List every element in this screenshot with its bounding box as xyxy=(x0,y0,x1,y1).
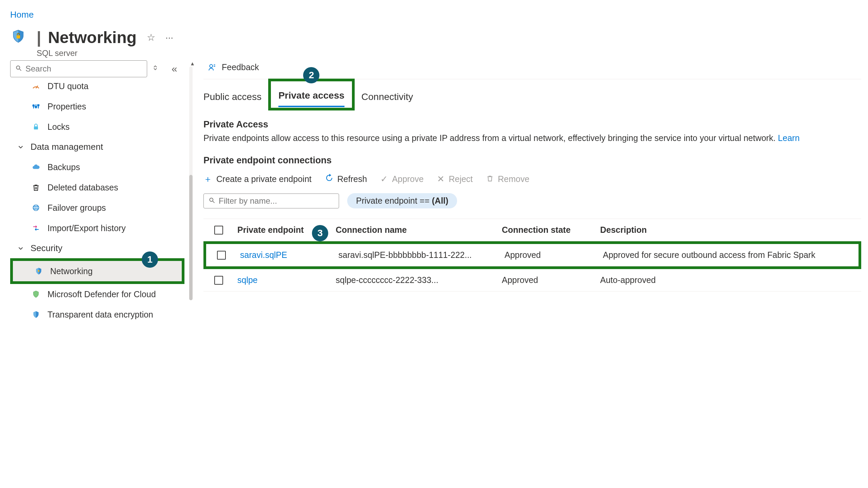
trash-icon xyxy=(31,182,41,193)
row-description: Approved for secure outbound access from… xyxy=(603,250,855,260)
feedback-button[interactable]: Feedback xyxy=(203,60,861,79)
section-title: Private Access xyxy=(203,119,861,130)
section-label: Security xyxy=(31,243,62,253)
section-description: Private endpoints allow access to this r… xyxy=(203,133,861,143)
row-checkbox[interactable] xyxy=(214,276,223,285)
connection-name: saravi.sqlPE-bbbbbbbb-1111-222... xyxy=(338,250,505,260)
learn-more-link[interactable]: Learn xyxy=(778,133,800,143)
svg-rect-10 xyxy=(34,126,38,129)
resource-icon xyxy=(10,28,26,44)
x-icon: ✕ xyxy=(437,174,445,184)
callout-badge-1: 1 xyxy=(142,251,158,268)
defender-icon xyxy=(31,289,41,300)
resource-subtitle: SQL server xyxy=(37,48,77,58)
favorite-star-icon[interactable]: ☆ xyxy=(147,32,155,43)
filter-input-field[interactable] xyxy=(219,196,334,206)
refresh-button[interactable]: Refresh xyxy=(325,174,367,184)
svg-rect-7 xyxy=(33,105,34,106)
refresh-icon xyxy=(325,174,333,184)
trash-icon xyxy=(486,174,494,184)
connection-state: Approved xyxy=(502,275,600,285)
plus-icon: ＋ xyxy=(203,173,212,185)
svg-point-15 xyxy=(38,270,40,272)
callout-badge-2: 2 xyxy=(303,67,319,83)
tab-public-access[interactable]: Public access xyxy=(203,87,261,107)
globe-icon xyxy=(31,202,41,213)
sidebar-item-dtu-quota[interactable]: DTU quota xyxy=(10,79,184,96)
svg-rect-8 xyxy=(35,106,37,107)
sidebar-item-failover-groups[interactable]: Failover groups xyxy=(10,198,184,218)
remove-button: Remove xyxy=(486,174,529,184)
sidebar-item-label: Transparent data encryption xyxy=(47,310,153,320)
gauge-icon xyxy=(31,81,41,92)
table-header: Private endpoint Connection name Connect… xyxy=(203,219,861,241)
sidebar-item-locks[interactable]: Locks xyxy=(10,117,184,137)
create-endpoint-button[interactable]: ＋ Create a private endpoint xyxy=(203,173,312,185)
sidebar-item-tde[interactable]: Transparent data encryption xyxy=(10,304,184,320)
collapse-sidebar-icon[interactable]: « xyxy=(172,63,177,75)
col-connection-state[interactable]: Connection state xyxy=(502,225,600,235)
search-input-field[interactable] xyxy=(25,64,142,74)
sidebar-item-label: Deleted databases xyxy=(47,183,118,192)
cloud-icon xyxy=(31,162,41,172)
sidebar-item-deleted-databases[interactable]: Deleted databases xyxy=(10,177,184,198)
callout-2-box: 2 xyxy=(268,79,355,110)
svg-point-16 xyxy=(210,64,213,67)
breadcrumb-home[interactable]: Home xyxy=(10,9,34,20)
approve-button: ✓ Approve xyxy=(380,174,423,184)
toolbar: ＋ Create a private endpoint Refresh ✓ Ap… xyxy=(203,173,861,185)
sidebar-menu: DTU quota Properties Locks xyxy=(10,79,184,320)
more-icon[interactable]: ··· xyxy=(165,32,173,43)
sidebar-item-import-export[interactable]: Import/Export history xyxy=(10,218,184,238)
page-title: Networking xyxy=(48,28,136,47)
search-input[interactable] xyxy=(10,60,147,77)
expand-icon[interactable] xyxy=(152,64,159,73)
table-row[interactable]: saravi.sqlPE saravi.sqlPE-bbbbbbbb-1111-… xyxy=(206,244,859,266)
shield-icon xyxy=(33,266,44,277)
filter-pill-endpoint[interactable]: Private endpoint == (All) xyxy=(347,193,457,208)
endpoint-link[interactable]: sqlpe xyxy=(237,275,336,285)
svg-line-18 xyxy=(213,201,215,203)
chevron-down-icon xyxy=(16,245,26,252)
svg-rect-0 xyxy=(17,35,20,38)
feedback-icon xyxy=(208,63,217,72)
col-connection-name[interactable]: Connection name xyxy=(336,225,502,235)
col-description[interactable]: Description xyxy=(600,225,858,235)
sidebar-item-label: Failover groups xyxy=(47,203,106,213)
svg-point-1 xyxy=(16,66,20,69)
import-export-icon xyxy=(31,223,41,233)
sidebar-item-label: Locks xyxy=(47,122,70,132)
sidebar-item-label: Properties xyxy=(47,102,86,111)
endpoint-link[interactable]: saravi.sqlPE xyxy=(240,250,338,260)
sidebar-item-label: DTU quota xyxy=(47,81,88,91)
breadcrumb: Home xyxy=(10,9,861,20)
filter-name-input[interactable] xyxy=(203,194,339,208)
connection-state: Approved xyxy=(505,250,603,260)
sidebar-item-label: Backups xyxy=(47,162,80,172)
lock-icon xyxy=(31,121,41,132)
select-all-checkbox[interactable] xyxy=(214,226,223,235)
callout-1-box: 1 Networking xyxy=(10,258,184,284)
subsection-title: Private endpoint connections xyxy=(203,155,861,166)
tabs: Public access 2 Private access Connectiv… xyxy=(203,79,861,107)
svg-line-2 xyxy=(20,69,21,71)
search-icon xyxy=(209,196,215,206)
connection-name: sqlpe-cccccccc-2222-333... xyxy=(336,275,502,285)
sidebar-item-defender[interactable]: Microsoft Defender for Cloud xyxy=(10,284,184,304)
table-row[interactable]: sqlpe sqlpe-cccccccc-2222-333... Approve… xyxy=(203,269,861,291)
callout-3-box: 3 saravi.sqlPE saravi.sqlPE-bbbbbbbb-111… xyxy=(203,241,861,269)
search-icon xyxy=(15,64,22,74)
sidebar-section-security[interactable]: Security xyxy=(10,238,184,258)
section-label: Data management xyxy=(31,142,103,152)
sidebar-item-backups[interactable]: Backups xyxy=(10,157,184,177)
callout-badge-3: 3 xyxy=(312,225,328,241)
row-checkbox[interactable] xyxy=(217,251,226,260)
sidebar-item-label: Networking xyxy=(50,266,93,276)
svg-point-17 xyxy=(210,198,213,201)
tab-connectivity[interactable]: Connectivity xyxy=(361,87,413,107)
sidebar-section-data-management[interactable]: Data management xyxy=(10,137,184,157)
check-icon: ✓ xyxy=(380,174,388,184)
svg-rect-9 xyxy=(38,105,39,106)
sidebar-item-properties[interactable]: Properties xyxy=(10,96,184,117)
sidebar-item-label: Import/Export history xyxy=(47,223,126,233)
